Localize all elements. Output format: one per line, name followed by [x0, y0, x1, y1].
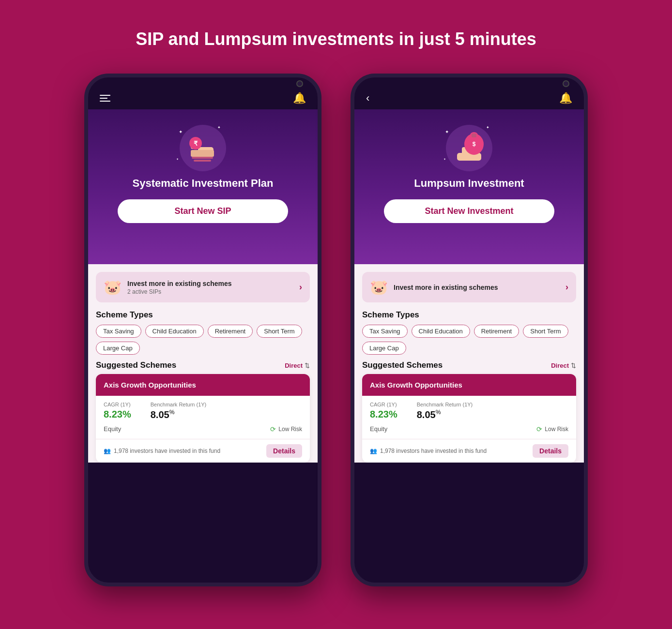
suggested-header-lumpsum: Suggested Schemes Direct ⇅	[354, 360, 584, 370]
phones-container: 🔔 ✦ ✦ ✦ ₹ Systematic	[84, 74, 588, 586]
scheme-card-header-sip: Axis Growth Opportunities	[96, 374, 310, 396]
svg-text:✦: ✦	[443, 158, 446, 161]
side-button	[320, 174, 321, 203]
details-button-sip[interactable]: Details	[266, 444, 302, 458]
investors-icon-sip: 👥	[104, 448, 111, 454]
back-icon[interactable]: ‹	[366, 92, 369, 105]
camera-dot	[296, 80, 303, 87]
phone-sip: 🔔 ✦ ✦ ✦ ₹ Systematic	[84, 74, 321, 586]
scheme-card-footer-sip: Equity ⟳ Low Risk	[104, 425, 302, 433]
svg-text:$: $	[473, 141, 476, 148]
sip-illustration: ✦ ✦ ✦ ₹	[171, 119, 234, 177]
risk-icon-sip: ⟳	[270, 425, 276, 433]
svg-text:✦: ✦	[179, 129, 183, 135]
hero-title-sip: Systematic Investment Plan	[132, 177, 273, 190]
tag-large-cap-lumpsum[interactable]: Large Cap	[362, 342, 406, 355]
svg-rect-9	[192, 157, 213, 159]
phone2-content: 🐷 Invest more in existing schemes › Sche…	[354, 264, 584, 463]
page-title: SIP and Lumpsum investments in just 5 mi…	[136, 29, 536, 49]
scheme-card-body-sip: CAGR (1Y) 8.23% Benchmark Return (1Y) 8.…	[96, 396, 310, 439]
scheme-types-lumpsum: Tax Saving Child Education Retirement Sh…	[354, 325, 584, 355]
tag-child-education-sip[interactable]: Child Education	[145, 325, 204, 338]
start-sip-button[interactable]: Start New SIP	[118, 199, 288, 223]
investors-icon-lumpsum: 👥	[370, 448, 377, 454]
scheme-card-sip: Axis Growth Opportunities CAGR (1Y) 8.23…	[96, 374, 310, 463]
invest-banner-title-sip: Invest more in existing schemes	[127, 280, 293, 287]
bell-icon-lumpsum[interactable]: 🔔	[559, 92, 572, 105]
cagr-metric-lumpsum: CAGR (1Y) 8.23%	[370, 402, 397, 420]
start-investment-button[interactable]: Start New Investment	[384, 199, 554, 223]
cagr-metric-sip: CAGR (1Y) 8.23%	[104, 402, 131, 420]
side-button-2	[586, 174, 588, 203]
tag-retirement-sip[interactable]: Retirement	[208, 325, 253, 338]
invest-banner-title-lumpsum: Invest more in existing schemes	[394, 284, 560, 291]
piggy-icon-lumpsum: 🐷	[370, 279, 388, 296]
benchmark-metric-lumpsum: Benchmark Return (1Y) 8.05%	[417, 402, 473, 420]
tag-child-education-lumpsum[interactable]: Child Education	[412, 325, 470, 338]
camera-dot-2	[563, 80, 569, 87]
hero-sip: ✦ ✦ ✦ ₹ Systematic Investment Plan Start…	[88, 109, 318, 264]
direct-badge-sip[interactable]: Direct ⇅	[285, 362, 310, 369]
scheme-card-body-lumpsum: CAGR (1Y) 8.23% Benchmark Return (1Y) 8.…	[362, 396, 576, 439]
scheme-card-header-lumpsum: Axis Growth Opportunities	[362, 374, 576, 396]
tag-large-cap-sip[interactable]: Large Cap	[96, 342, 140, 355]
phone-lumpsum: ‹ 🔔 ✦ ✦ ✦ $ Lumpsum Investment	[351, 74, 588, 586]
svg-text:✦: ✦	[486, 125, 489, 130]
suggested-header-sip: Suggested Schemes Direct ⇅	[88, 360, 318, 370]
top-bar-sip: 🔔	[88, 77, 318, 109]
scheme-card-lumpsum: Axis Growth Opportunities CAGR (1Y) 8.23…	[362, 374, 576, 463]
direct-badge-lumpsum[interactable]: Direct ⇅	[551, 362, 576, 369]
tag-tax-saving-sip[interactable]: Tax Saving	[96, 325, 141, 338]
suggested-schemes-title-sip: Suggested Schemes	[96, 360, 176, 370]
invest-banner-lumpsum[interactable]: 🐷 Invest more in existing schemes ›	[362, 272, 576, 302]
investors-row-sip: 👥 1,978 investors have invested in this …	[96, 439, 310, 463]
invest-banner-sub-sip: 2 active SIPs	[127, 288, 293, 295]
scheme-metrics-lumpsum: CAGR (1Y) 8.23% Benchmark Return (1Y) 8.…	[370, 402, 568, 420]
svg-text:✦: ✦	[217, 125, 221, 130]
svg-text:✦: ✦	[445, 129, 449, 135]
risk-icon-lumpsum: ⟳	[536, 425, 542, 433]
hero-title-lumpsum: Lumpsum Investment	[414, 177, 524, 190]
invest-banner-arrow-sip: ›	[299, 282, 302, 292]
investors-row-lumpsum: 👥 1,978 investors have invested in this …	[362, 439, 576, 463]
tag-tax-saving-lumpsum[interactable]: Tax Saving	[362, 325, 408, 338]
details-button-lumpsum[interactable]: Details	[533, 444, 568, 458]
scheme-types-sip: Tax Saving Child Education Retirement Sh…	[88, 325, 318, 355]
hero-lumpsum: ✦ ✦ ✦ $ Lumpsum Investment Start New Inv…	[354, 109, 584, 264]
svg-text:₹: ₹	[194, 140, 198, 147]
hamburger-icon[interactable]	[100, 95, 110, 102]
invest-banner-sip[interactable]: 🐷 Invest more in existing schemes 2 acti…	[96, 272, 310, 302]
scheme-types-title-sip: Scheme Types	[96, 310, 310, 320]
svg-rect-15	[457, 153, 481, 161]
tag-short-term-sip[interactable]: Short Term	[257, 325, 302, 338]
piggy-icon-sip: 🐷	[104, 279, 122, 296]
tag-short-term-lumpsum[interactable]: Short Term	[523, 325, 568, 338]
svg-text:✦: ✦	[176, 158, 179, 161]
bell-icon-sip[interactable]: 🔔	[293, 92, 306, 105]
svg-rect-6	[191, 150, 214, 157]
invest-banner-arrow-lumpsum: ›	[565, 282, 568, 292]
scheme-types-title-lumpsum: Scheme Types	[362, 310, 576, 320]
lumpsum-illustration: ✦ ✦ ✦ $	[438, 119, 501, 177]
svg-rect-20	[472, 134, 476, 137]
phone1-content: 🐷 Invest more in existing schemes 2 acti…	[88, 264, 318, 463]
scheme-metrics-sip: CAGR (1Y) 8.23% Benchmark Return (1Y) 8.…	[104, 402, 302, 420]
benchmark-metric-sip: Benchmark Return (1Y) 8.05%	[151, 402, 207, 420]
svg-rect-10	[194, 160, 211, 162]
top-bar-lumpsum: ‹ 🔔	[354, 77, 584, 109]
suggested-schemes-title-lumpsum: Suggested Schemes	[362, 360, 443, 370]
scheme-card-footer-lumpsum: Equity ⟳ Low Risk	[370, 425, 568, 433]
tag-retirement-lumpsum[interactable]: Retirement	[474, 325, 519, 338]
